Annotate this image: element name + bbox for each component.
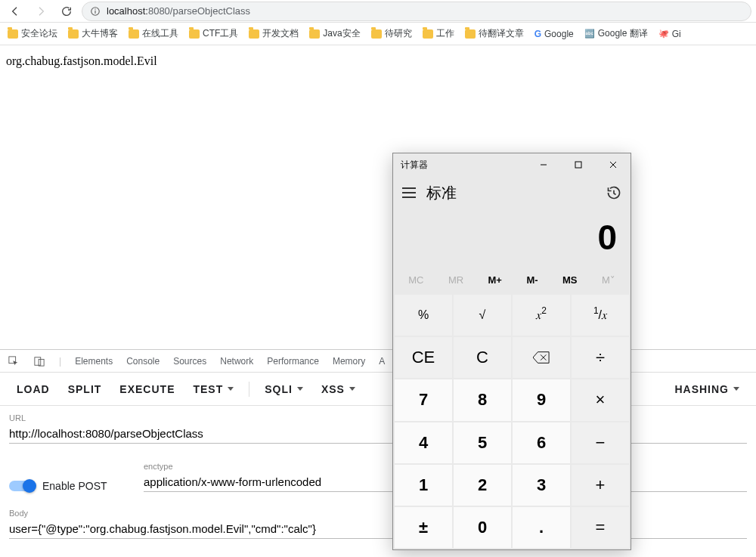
devtools-tab-network[interactable]: Network — [220, 356, 253, 367]
bookmark-item[interactable]: 待翻译文章 — [465, 27, 524, 40]
bookmark-label: 安全论坛 — [21, 27, 57, 40]
folder-icon — [423, 29, 433, 39]
url-input[interactable] — [9, 424, 747, 444]
key-6[interactable]: 6 — [513, 422, 570, 463]
bookmark-item[interactable]: Java安全 — [309, 27, 360, 40]
key-÷[interactable]: ÷ — [572, 337, 629, 378]
key-CE[interactable]: CE — [395, 337, 452, 378]
bookmark-item[interactable]: 🔤Google 翻译 — [584, 27, 648, 40]
chevron-down-icon — [297, 387, 303, 391]
key-9[interactable]: 9 — [513, 379, 570, 420]
memory-ms[interactable]: MS — [562, 274, 578, 286]
key-1[interactable]: 1 — [395, 465, 452, 506]
key-=[interactable]: = — [572, 507, 629, 548]
devtools-tab-memory[interactable]: Memory — [333, 356, 365, 367]
key-−[interactable]: − — [572, 422, 629, 463]
hackbar-test[interactable]: TEST — [193, 383, 234, 395]
key-%[interactable]: % — [395, 295, 452, 336]
hackbar-split[interactable]: SPLIT — [68, 383, 102, 395]
key-+[interactable]: + — [572, 465, 629, 506]
hamburger-icon[interactable] — [402, 187, 416, 198]
hackbar-xss[interactable]: XSS — [321, 383, 355, 395]
github-icon: 🐙 — [658, 29, 669, 39]
key-.[interactable]: . — [513, 507, 570, 548]
key-±[interactable]: ± — [395, 507, 452, 548]
hackbar-execute[interactable]: EXECUTE — [119, 383, 175, 395]
folder-icon — [465, 29, 476, 39]
devtools-panel: | Elements Console Sources Network Perfo… — [0, 349, 756, 539]
key-0[interactable]: 0 — [454, 507, 511, 548]
hackbar-sqli[interactable]: SQLI — [265, 383, 303, 395]
devtools-tab-console[interactable]: Console — [126, 356, 160, 367]
bookmarks-bar: 安全论坛大牛博客在线工具CTF工具开发文档Java安全待研究工作待翻译文章GGo… — [0, 23, 756, 45]
devtools-tab-elements[interactable]: Elements — [75, 356, 113, 367]
bookmark-label: 在线工具 — [142, 27, 178, 40]
key-C[interactable]: C — [454, 337, 511, 378]
url-field-label: URL — [9, 413, 747, 422]
key-√[interactable]: √ — [454, 295, 511, 336]
minimize-button[interactable] — [526, 153, 561, 176]
forward-button[interactable] — [30, 1, 51, 22]
inspect-element-icon[interactable] — [8, 355, 20, 367]
key-3[interactable]: 3 — [513, 465, 570, 506]
key-¹/x[interactable]: 1/𝑥 — [572, 295, 629, 336]
maximize-button[interactable] — [561, 153, 596, 176]
key-7[interactable]: 7 — [395, 379, 452, 420]
calculator-mode: 标准 — [426, 183, 457, 203]
memory-mr: MR — [448, 274, 463, 286]
bookmark-label: 待研究 — [385, 27, 412, 40]
key-⌫[interactable] — [513, 337, 570, 378]
bookmark-label: Gi — [672, 29, 681, 39]
body-input[interactable] — [9, 519, 747, 539]
key-2[interactable]: 2 — [454, 465, 511, 506]
bookmark-label: Google 翻译 — [598, 27, 648, 40]
calculator-display: 0 — [393, 209, 631, 270]
memory-m+[interactable]: M+ — [488, 274, 502, 286]
bookmark-label: Java安全 — [323, 27, 360, 40]
url-text: localhost:8080/parseObjectClass — [107, 5, 250, 17]
folder-icon — [8, 29, 18, 39]
bookmark-item[interactable]: CTF工具 — [189, 27, 238, 40]
key-4[interactable]: 4 — [395, 422, 452, 463]
bookmark-item[interactable]: 工作 — [423, 27, 454, 40]
device-toolbar-icon[interactable] — [33, 355, 45, 367]
calculator-titlebar[interactable]: 计算器 — [393, 153, 631, 176]
page-body-text: org.chabug.fastjson.model.Evil — [0, 45, 756, 77]
key-5[interactable]: 5 — [454, 422, 511, 463]
close-button[interactable] — [596, 153, 631, 176]
history-icon[interactable] — [606, 185, 621, 200]
memory-row: MCMRM+M-MSM˅ — [393, 270, 631, 293]
chevron-down-icon — [733, 387, 739, 391]
reload-button[interactable] — [56, 1, 77, 22]
bookmark-item[interactable]: GGoogle — [534, 29, 574, 39]
devtools-tab-row: | Elements Console Sources Network Perfo… — [0, 350, 756, 373]
bookmark-label: 大牛博客 — [82, 27, 118, 40]
enable-post-toggle[interactable] — [9, 481, 35, 491]
folder-icon — [129, 29, 139, 39]
bookmark-item[interactable]: 待研究 — [371, 27, 412, 40]
bookmark-item[interactable]: 大牛博客 — [68, 27, 118, 40]
hackbar-hashing[interactable]: HASHING — [674, 383, 739, 395]
bookmark-label: Google — [544, 29, 574, 39]
back-button[interactable] — [5, 1, 26, 22]
devtools-tab-more[interactable]: A — [379, 356, 385, 367]
devtools-tab-sources[interactable]: Sources — [173, 356, 206, 367]
svg-rect-1 — [94, 10, 95, 13]
address-bar[interactable]: localhost:8080/parseObjectClass — [82, 2, 751, 21]
devtools-tab-performance[interactable]: Performance — [267, 356, 319, 367]
key-×[interactable]: × — [572, 379, 629, 420]
bookmark-item[interactable]: 安全论坛 — [8, 27, 57, 40]
folder-icon — [189, 29, 200, 39]
enable-post-label: Enable POST — [42, 480, 107, 492]
bookmark-item[interactable]: 🐙Gi — [658, 29, 681, 39]
bookmark-label: 工作 — [436, 27, 454, 40]
key-x²[interactable]: 𝑥2 — [513, 295, 570, 336]
key-8[interactable]: 8 — [454, 379, 511, 420]
memory-m-[interactable]: M- — [526, 274, 538, 286]
bookmark-item[interactable]: 在线工具 — [129, 27, 178, 40]
svg-rect-2 — [94, 8, 95, 9]
site-info-icon[interactable] — [90, 6, 101, 17]
bookmark-item[interactable]: 开发文档 — [249, 27, 299, 40]
folder-icon — [309, 29, 320, 39]
hackbar-load[interactable]: LOAD — [17, 383, 50, 395]
